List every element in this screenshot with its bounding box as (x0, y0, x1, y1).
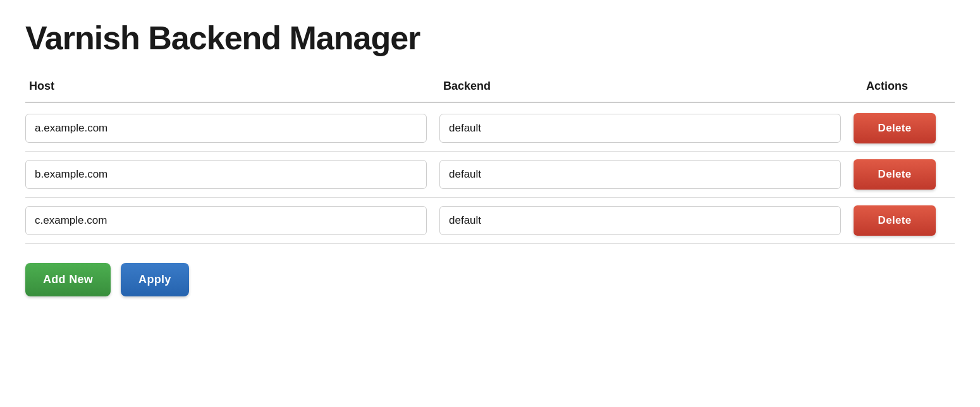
col-header-backend: Backend (439, 76, 854, 97)
table-row: Delete (25, 198, 955, 244)
col-header-host: Host (25, 76, 439, 97)
delete-button[interactable]: Delete (854, 159, 936, 190)
host-input[interactable] (25, 160, 427, 189)
footer-buttons: Add New Apply (25, 263, 955, 296)
page-title: Varnish Backend Manager (25, 19, 955, 57)
col-header-actions: Actions (854, 76, 955, 97)
backend-input[interactable] (439, 114, 841, 143)
host-input[interactable] (25, 114, 427, 143)
host-input[interactable] (25, 206, 427, 235)
delete-button[interactable]: Delete (854, 113, 936, 143)
backend-input[interactable] (439, 206, 841, 235)
apply-button[interactable]: Apply (121, 263, 189, 296)
table-header: Host Backend Actions (25, 76, 955, 103)
table-row: Delete (25, 106, 955, 152)
rows-container: DeleteDeleteDelete (25, 106, 955, 244)
backend-input[interactable] (439, 160, 841, 189)
delete-button[interactable]: Delete (854, 205, 936, 236)
table-row: Delete (25, 152, 955, 198)
table-container: Host Backend Actions DeleteDeleteDelete (25, 76, 955, 244)
add-new-button[interactable]: Add New (25, 263, 111, 296)
